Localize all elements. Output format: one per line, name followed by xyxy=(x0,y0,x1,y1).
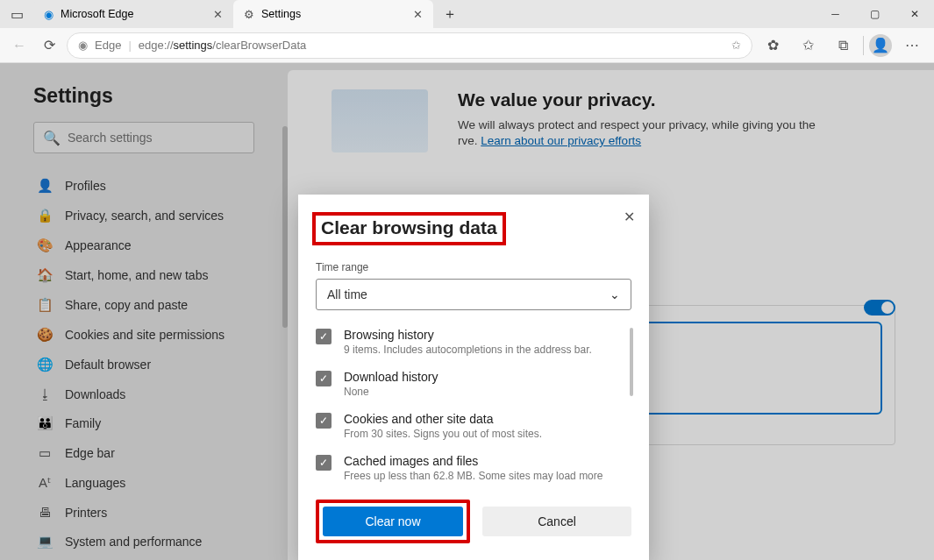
edge-logo-icon: ◉ xyxy=(44,8,53,21)
favorite-icon[interactable]: ✩ xyxy=(731,39,741,52)
content-area: Settings 🔍 👤Profiles🔒Privacy, search, an… xyxy=(0,63,934,560)
tab-settings[interactable]: ⚙ Settings ✕ xyxy=(233,0,433,28)
favorites-icon[interactable]: ✩ xyxy=(793,37,823,53)
addr-url-bold: settings xyxy=(174,39,213,52)
option-sub: From 30 sites. Signs you out of most sit… xyxy=(344,428,542,440)
option-label: Browsing history xyxy=(344,328,592,342)
window-titlebar: ▭ ◉ Microsoft Edge ✕ ⚙ Settings ✕ ＋ ─ ▢ … xyxy=(0,0,934,28)
option-sub: Frees up less than 62.8 MB. Some sites m… xyxy=(344,470,602,482)
back-button: ← xyxy=(7,38,32,53)
options-scrollbar[interactable] xyxy=(630,328,633,396)
option-sub: 9 items. Includes autocompletions in the… xyxy=(344,344,592,356)
checkbox-icon[interactable]: ✓ xyxy=(316,329,332,344)
checkbox-icon[interactable]: ✓ xyxy=(316,455,332,471)
gear-icon: ⚙ xyxy=(244,8,254,21)
clear-option-1[interactable]: ✓Download historyNone xyxy=(316,370,631,398)
addr-sep: | xyxy=(128,39,131,52)
option-sub: None xyxy=(344,386,438,398)
tab-actions-icon[interactable]: ▭ xyxy=(0,0,33,28)
time-range-label: Time range xyxy=(316,261,631,273)
browser-toolbar: ← ⟳ ◉ Edge | edge://settings/clearBrowse… xyxy=(0,28,934,63)
time-range-select[interactable]: All time ⌄ xyxy=(316,279,631,310)
more-menu-icon[interactable]: ⋯ xyxy=(897,37,927,53)
time-range-value: All time xyxy=(327,287,367,301)
tab-edge[interactable]: ◉ Microsoft Edge ✕ xyxy=(33,0,233,28)
checkbox-icon[interactable]: ✓ xyxy=(316,371,332,386)
option-label: Cookies and other site data xyxy=(344,412,542,426)
reload-button[interactable]: ⟳ xyxy=(37,37,61,53)
new-tab-button[interactable]: ＋ xyxy=(433,0,467,28)
chevron-down-icon: ⌄ xyxy=(610,287,620,301)
cancel-button[interactable]: Cancel xyxy=(482,507,631,536)
close-icon[interactable]: ✕ xyxy=(213,8,223,21)
clear-now-button[interactable]: Clear now xyxy=(323,507,463,536)
checkbox-icon[interactable]: ✓ xyxy=(316,413,332,429)
clear-now-highlight: Clear now xyxy=(316,500,470,543)
clear-option-2[interactable]: ✓Cookies and other site dataFrom 30 site… xyxy=(316,412,631,440)
minimize-button[interactable]: ─ xyxy=(816,0,855,28)
profile-avatar[interactable]: 👤 xyxy=(869,34,892,57)
addr-url-post: /clearBrowserData xyxy=(212,39,306,52)
close-icon[interactable]: ✕ xyxy=(413,8,423,21)
clear-option-0[interactable]: ✓Browsing history9 items. Includes autoc… xyxy=(316,328,631,356)
dialog-close-icon[interactable]: ✕ xyxy=(624,209,635,225)
dialog-options: ✓Browsing history9 items. Includes autoc… xyxy=(316,328,631,482)
dialog-title: Clear browsing data xyxy=(321,217,497,238)
separator xyxy=(863,36,864,55)
addr-scheme: Edge xyxy=(95,39,121,52)
option-label: Download history xyxy=(344,370,438,384)
addr-url-pre: edge:// xyxy=(139,39,174,52)
clear-browsing-data-dialog: ✕ Clear browsing data Time range All tim… xyxy=(298,195,649,560)
person-icon: 👤 xyxy=(872,37,889,53)
address-bar[interactable]: ◉ Edge | edge://settings/clearBrowserDat… xyxy=(67,32,752,59)
dialog-title-highlight: Clear browsing data xyxy=(312,212,506,245)
tab-label: Microsoft Edge xyxy=(61,8,133,20)
clear-option-3[interactable]: ✓Cached images and filesFrees up less th… xyxy=(316,454,631,482)
maximize-button[interactable]: ▢ xyxy=(855,0,895,28)
edge-logo-icon: ◉ xyxy=(78,39,88,52)
option-label: Cached images and files xyxy=(344,454,602,468)
extensions-icon[interactable]: ✿ xyxy=(758,37,788,53)
tab-label: Settings xyxy=(261,8,301,20)
collections-icon[interactable]: ⧉ xyxy=(828,38,858,53)
close-window-button[interactable]: ✕ xyxy=(895,0,934,28)
